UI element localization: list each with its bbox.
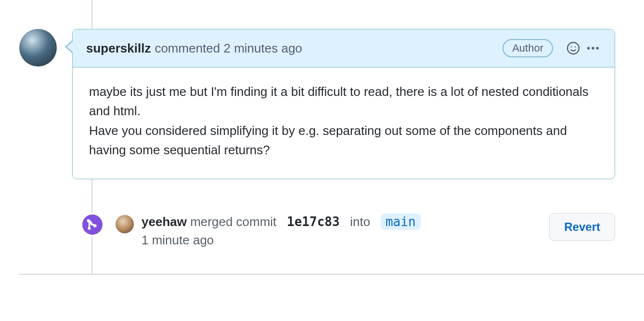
merge-event-text: yeehaw merged commit 1e17c83 into main 1… xyxy=(142,213,540,249)
svg-point-1 xyxy=(571,46,572,47)
revert-button[interactable]: Revert xyxy=(549,213,615,241)
comment-body-paragraph: Have you considered simplifying it by e.… xyxy=(89,121,598,160)
merge-event: yeehaw merged commit 1e17c83 into main 1… xyxy=(81,213,644,249)
comment-timestamp[interactable]: 2 minutes ago xyxy=(223,41,302,56)
avatar[interactable] xyxy=(19,29,57,67)
merge-username[interactable]: yeehaw xyxy=(142,214,187,229)
comment-username[interactable]: superskillz xyxy=(86,41,151,56)
author-badge: Author xyxy=(502,39,553,57)
commit-hash[interactable]: 1e17c83 xyxy=(287,214,340,229)
svg-point-4 xyxy=(592,47,594,49)
merge-verb: merged commit xyxy=(190,214,276,229)
comment-action: commented xyxy=(155,41,220,56)
comment-header: superskillz commented 2 minutes ago Auth… xyxy=(73,29,615,67)
svg-point-3 xyxy=(587,47,590,49)
git-merge-icon xyxy=(81,213,104,236)
comment-body: maybe its just me but I'm finding it a b… xyxy=(73,67,615,179)
avatar[interactable] xyxy=(115,214,135,234)
emoji-reaction-icon[interactable] xyxy=(566,40,581,56)
svg-point-0 xyxy=(567,42,579,54)
merge-timestamp[interactable]: 1 minute ago xyxy=(142,233,214,247)
kebab-menu-icon[interactable] xyxy=(585,40,601,56)
divider xyxy=(19,274,644,275)
svg-point-2 xyxy=(575,46,576,47)
comment-item: superskillz commented 2 minutes ago Auth… xyxy=(19,0,644,179)
svg-point-5 xyxy=(596,47,599,49)
comment-body-paragraph: maybe its just me but I'm finding it a b… xyxy=(89,82,598,121)
branch-name[interactable]: main xyxy=(381,214,421,230)
comment-box: superskillz commented 2 minutes ago Auth… xyxy=(72,29,615,179)
into-word: into xyxy=(350,214,370,229)
timeline: superskillz commented 2 minutes ago Auth… xyxy=(19,0,644,275)
